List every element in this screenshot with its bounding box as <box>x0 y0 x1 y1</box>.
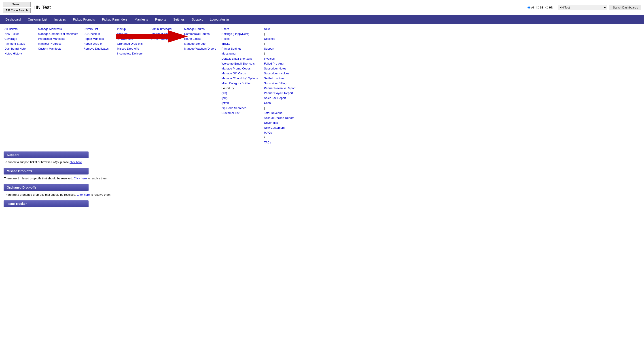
link-misc-category-builder[interactable]: Misc. Category Builder <box>222 81 258 86</box>
menu-col-pickup: Pickup Drop-off All Drop-offs Orphaned D… <box>114 26 148 145</box>
link-printer-settings[interactable]: Printer Settings <box>222 46 258 51</box>
link-manage-routes[interactable]: Manage Routes <box>184 26 216 31</box>
link-driver-tips[interactable]: Driver Tips <box>264 120 303 125</box>
link-trucks[interactable]: Trucks <box>222 41 258 46</box>
nav-invoices[interactable]: Invoices <box>51 15 69 24</box>
link-missed-dropoffs[interactable]: Missed Drop-offs <box>117 46 145 51</box>
link-incomplete-delivery[interactable]: Incomplete Delivery <box>117 51 145 56</box>
menu-col-settings: Users Settings (HappyNest) Prices Trucks… <box>219 26 261 145</box>
link-coverage[interactable]: Coverage <box>4 36 33 41</box>
link-macs[interactable]: MACs <box>264 130 303 135</box>
link-tacs[interactable]: TACs <box>264 140 303 145</box>
link-cash[interactable]: Cash <box>264 100 303 105</box>
link-dashboard-note[interactable]: Dashboard Note <box>4 46 33 51</box>
link-manage-storage[interactable]: Manage Storage <box>184 41 216 46</box>
link-new-customers[interactable]: New Customers <box>264 125 303 130</box>
link-new[interactable]: New <box>264 26 303 31</box>
nav-pickup-reminders[interactable]: Pickup Reminders <box>98 15 131 24</box>
link-default-email-shortcuts[interactable]: Default Email Shortcuts <box>222 56 258 61</box>
nav-reports[interactable]: Reports <box>152 15 170 24</box>
link-settled-invoices[interactable]: Settled Invoices <box>264 76 303 81</box>
link-drivers-list[interactable]: Drivers List <box>84 26 112 31</box>
link-remove-duplicates[interactable]: Remove Duplicates <box>84 46 112 51</box>
link-dc-checkin[interactable]: DC Check-in <box>84 31 112 36</box>
support-section-text: To submit a support ticket or browse FAQ… <box>4 160 640 164</box>
link-new-declined-group: New | Declined | Support | Invoices <box>264 26 303 61</box>
search-button[interactable]: Search <box>3 2 31 7</box>
link-manage-promo-codes[interactable]: Manage Promo Codes <box>222 66 258 71</box>
nav-dashboard[interactable]: Dashboard <box>2 15 24 24</box>
link-partner-revenue-report[interactable]: Partner Revenue Report <box>264 86 303 91</box>
main-navbar: Dashboard Customer List Invoices Pickup … <box>0 15 644 24</box>
zip-search-button[interactable]: ZIP Code Search <box>3 8 31 13</box>
link-partner-payout-report[interactable]: Partner Payout Report <box>264 91 303 96</box>
orphaned-dropoffs-section-text: There are 2 orphaned drop-offs that shou… <box>4 193 640 196</box>
link-prices[interactable]: Prices <box>222 36 258 41</box>
nav-support[interactable]: Support <box>188 15 206 24</box>
nav-customer-list[interactable]: Customer List <box>24 15 51 24</box>
nav-manifests[interactable]: Manifests <box>131 15 152 24</box>
page-header: Search ZIP Code Search HN Test All SB HN… <box>0 0 644 15</box>
link-new-ticket[interactable]: New Ticket <box>4 31 33 36</box>
link-invoices[interactable]: Invoices <box>264 56 303 61</box>
link-notes-history[interactable]: Notes History <box>4 51 33 56</box>
svg-marker-0 <box>116 30 188 43</box>
menu-col-reports: New | Declined | Support | Invoices Fail… <box>261 26 306 145</box>
nav-settings[interactable]: Settings <box>170 15 188 24</box>
link-production-manifests[interactable]: Production Manifests <box>38 36 78 41</box>
missed-dropoffs-click-here-link[interactable]: Click here <box>74 177 87 180</box>
link-settings-happynest[interactable]: Settings (HappyNest) <box>222 31 258 36</box>
link-macs-tacs-group: MACs / TACs <box>264 130 303 145</box>
link-declined[interactable]: Declined <box>264 36 303 41</box>
link-manage-gift-cards[interactable]: Manage Gift Cards <box>222 71 258 76</box>
switch-dashboards-button[interactable]: Switch Dashboards <box>610 5 641 10</box>
link-custom-manifests[interactable]: Custom Manifests <box>38 46 78 51</box>
issue-tracker-section-header: Issue Tracker <box>4 200 88 207</box>
link-failed-pre-auth[interactable]: Failed Pre-Auth <box>264 61 303 66</box>
menu-col-routes: Manage Routes Commercial Routes Route Bl… <box>181 26 219 145</box>
link-found-by-xls[interactable]: (xls) <box>222 91 258 96</box>
menu-col-drivers: Drivers List DC Check-in Repair Manifest… <box>81 26 114 145</box>
link-manage-washers[interactable]: Manage Washers/Dryers <box>184 46 216 51</box>
support-click-here-link[interactable]: click here <box>70 160 82 164</box>
link-welcome-email-shortcuts[interactable]: Welcome Email Shortcuts <box>222 61 258 66</box>
link-commercial-routes[interactable]: Commercial Routes <box>184 31 216 36</box>
link-manage-found-by[interactable]: Manage "Found by" Options <box>222 76 258 81</box>
link-subscriber-notes[interactable]: Subscriber Notes <box>264 66 303 71</box>
nav-logout[interactable]: Logout Austin <box>206 15 232 24</box>
menu-col-manifests: Manage Manifests Manage Commercial Manif… <box>35 26 81 145</box>
link-manage-commercial-manifests[interactable]: Manage Commercial Manifests <box>38 31 78 36</box>
header-button-group: Search ZIP Code Search <box>3 2 31 13</box>
link-subscriber-billing[interactable]: Subscriber Billing <box>264 81 303 86</box>
link-payment-status[interactable]: Payment Status <box>4 41 33 46</box>
link-zip-code-searches[interactable]: Zip Code Searches <box>222 106 258 111</box>
radio-group: All SB HN <box>528 6 553 9</box>
link-manifest-progress[interactable]: Manifest Progress <box>38 41 78 46</box>
link-sales-tax-report[interactable]: Sales Tax Report <box>264 96 303 100</box>
dashboard-select[interactable]: HN Test <box>558 5 607 10</box>
radio-hn[interactable]: HN <box>546 6 553 9</box>
link-total-revenue[interactable]: Total Revenue <box>264 111 303 115</box>
radio-sb[interactable]: SB <box>536 6 544 9</box>
link-users[interactable]: Users <box>222 26 258 31</box>
missed-dropoffs-section-header: Missed Drop-offs <box>4 168 88 174</box>
dropdown-menu-area: All Tickets New Ticket Coverage Payment … <box>0 24 644 148</box>
radio-all[interactable]: All <box>528 6 534 9</box>
nav-pickup-prompts[interactable]: Pickup Prompts <box>69 15 98 24</box>
link-support[interactable]: Support <box>264 46 303 51</box>
link-found-by-html[interactable]: (html) <box>222 100 258 105</box>
orphaned-dropoffs-click-here-link[interactable]: Click here <box>77 193 90 196</box>
link-all-tickets[interactable]: All Tickets <box>4 26 33 31</box>
link-found-by-pdf[interactable]: (pdf) <box>222 96 258 100</box>
red-arrow <box>116 30 188 43</box>
link-manage-manifests[interactable]: Manage Manifests <box>38 26 78 31</box>
link-subscriber-invoices[interactable]: Subscriber Invoices <box>264 71 303 76</box>
link-repair-manifest[interactable]: Repair Manifest <box>84 36 112 41</box>
link-repair-dropoff[interactable]: Repair Drop-off <box>84 41 112 46</box>
link-customer-list[interactable]: Customer List <box>222 111 258 115</box>
menu-col-tickets: All Tickets New Ticket Coverage Payment … <box>2 26 35 145</box>
link-route-blocks[interactable]: Route Blocks <box>184 36 216 41</box>
link-messaging[interactable]: Messaging <box>222 51 258 56</box>
link-accrual-decline-report[interactable]: Accrual/Decline Report <box>264 115 303 120</box>
support-section-header: Support <box>4 151 88 158</box>
